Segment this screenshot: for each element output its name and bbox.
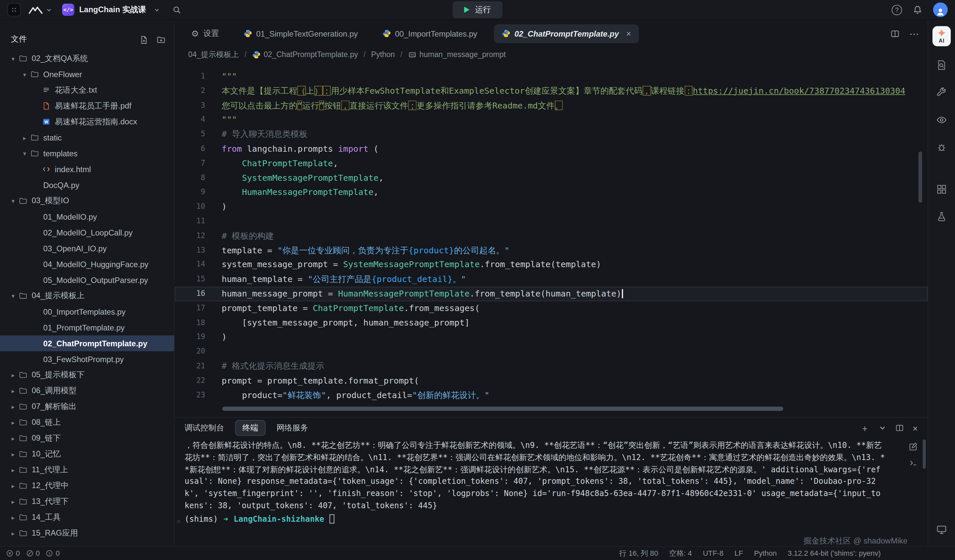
tree-item[interactable]: 04_ModelIO_HuggingFace.py: [0, 256, 174, 272]
status-text[interactable]: Python: [754, 548, 777, 558]
status-circle-x[interactable]: 0: [6, 549, 20, 558]
status-badge-one[interactable]: 10: [46, 549, 60, 558]
tree-item[interactable]: ▾templates: [0, 145, 174, 161]
code-line[interactable]: 7 ChatPromptTemplate,: [175, 156, 928, 171]
tree-item[interactable]: 05_ModelIO_OutputParser.py: [0, 272, 174, 288]
tree-item[interactable]: 花语大全.txt: [0, 82, 174, 98]
tree-item[interactable]: ▸06_调用模型: [0, 383, 174, 399]
editor-tab[interactable]: 02_ChatPromptTemplate.py×: [494, 24, 639, 43]
code-line[interactable]: 10): [175, 200, 928, 214]
new-terminal-button[interactable]: +: [862, 423, 867, 433]
tree-item[interactable]: ▸15_RAG应用: [0, 526, 174, 541]
run-button[interactable]: 运行: [452, 1, 502, 19]
bug-button[interactable]: [936, 142, 947, 155]
terminal-dropdown-icon[interactable]: [878, 424, 887, 432]
tree-item[interactable]: ▸13_代理下: [0, 494, 174, 510]
status-text[interactable]: 行 16, 列 80: [619, 548, 658, 558]
panel-tab[interactable]: 调试控制台: [185, 423, 224, 434]
code-line[interactable]: 1""": [175, 69, 928, 84]
code-line[interactable]: 9 HumanMessagePromptTemplate,: [175, 186, 928, 200]
tree-item[interactable]: ▸12_代理中: [0, 478, 174, 494]
code-line[interactable]: 2本文件是【提示工程（上）：用少样本FewShotTemplate和Exampl…: [175, 84, 928, 98]
code-line[interactable]: 23 product="鲜花装饰", product_detail="创新的鲜花…: [175, 388, 928, 403]
flask-button[interactable]: [936, 211, 947, 225]
breadcrumb-item[interactable]: human_message_prompt: [408, 50, 506, 59]
close-panel-button[interactable]: ×: [913, 423, 918, 433]
tree-item[interactable]: ▾OneFlower: [0, 66, 174, 82]
app-menu-button[interactable]: [7, 3, 21, 17]
more-actions-button[interactable]: ⋯: [910, 28, 919, 39]
tree-item[interactable]: 00_ImportTemplates.py: [0, 304, 174, 320]
notifications-bell-icon[interactable]: [913, 5, 923, 15]
new-folder-button[interactable]: [157, 35, 166, 45]
tree-item[interactable]: 01_ModelIO.py: [0, 209, 174, 225]
tree-item[interactable]: ▸static: [0, 129, 174, 145]
tree-item[interactable]: ▸05_提示模板下: [0, 367, 174, 383]
horizontal-scrollbar[interactable]: [222, 407, 783, 411]
eye-button[interactable]: [936, 114, 947, 128]
tree-item[interactable]: 易速鲜花员工手册.pdf: [0, 98, 174, 114]
terminal-list-icon[interactable]: [909, 459, 918, 468]
code-line[interactable]: 11: [175, 214, 928, 229]
code-line[interactable]: 20: [175, 345, 928, 359]
tree-item[interactable]: ▸14_工具: [0, 510, 174, 526]
chevron-down-icon[interactable]: [45, 6, 52, 13]
terminal-scrollbar[interactable]: [923, 440, 926, 469]
code-line[interactable]: 3您可以点击最上方的“运行”按钮，直接运行该文件；更多操作指引请参考Readme…: [175, 98, 928, 113]
tree-item[interactable]: ▸10_记忆: [0, 446, 174, 462]
help-icon[interactable]: ?: [892, 5, 902, 15]
panel-tab[interactable]: 终端: [235, 420, 265, 436]
search-icon[interactable]: [172, 5, 182, 14]
status-text[interactable]: 空格: 4: [669, 548, 692, 558]
code-line[interactable]: 16human_message_prompt = HumanMessagePro…: [175, 287, 928, 301]
code-line[interactable]: 22prompt = prompt_template.format_prompt…: [175, 374, 928, 388]
breadcrumb-item[interactable]: Python: [371, 50, 395, 59]
code-line[interactable]: 4""": [175, 113, 928, 127]
edit-terminal-icon[interactable]: [909, 442, 918, 451]
status-circle-slash[interactable]: 0: [26, 549, 40, 558]
user-avatar[interactable]: [933, 2, 948, 17]
new-file-button[interactable]: [139, 35, 149, 45]
breadcrumb-item[interactable]: 02_ChatPromptTemplate.py: [252, 50, 358, 59]
tree-item[interactable]: ▸11_代理上: [0, 462, 174, 478]
tree-item[interactable]: 01_PromptTemplate.py: [0, 320, 174, 335]
code-line[interactable]: 15human_template = "公司主打产品是{product_deta…: [175, 272, 928, 287]
editor-tab[interactable]: ⚙设置: [183, 24, 227, 43]
vertical-scrollbar[interactable]: [918, 152, 922, 203]
tree-item[interactable]: W易速鲜花运营指南.docx: [0, 114, 174, 129]
ai-assistant-button[interactable]: AI: [933, 26, 951, 46]
tree-item[interactable]: ▾03_模型IO: [0, 193, 174, 209]
code-line[interactable]: 12# 模板的构建: [175, 229, 928, 243]
editor-tab[interactable]: 00_ImportTemplates.py: [374, 24, 485, 43]
blocks-button[interactable]: [936, 184, 947, 197]
tree-item[interactable]: 03_FewShotPrompt.py: [0, 351, 174, 367]
tools-button[interactable]: [936, 87, 947, 101]
tree-item[interactable]: DocQA.py: [0, 177, 174, 193]
code-line[interactable]: 14system_message_prompt = SystemMessageP…: [175, 257, 928, 272]
code-line[interactable]: 6from langchain.prompts import (: [175, 142, 928, 156]
code-line[interactable]: 21# 格式化提示消息生成提示: [175, 359, 928, 374]
status-text[interactable]: 3.12.2 64-bit ('shims': pyenv): [788, 548, 881, 558]
file-search-button[interactable]: [936, 60, 947, 73]
close-icon[interactable]: ×: [626, 29, 631, 39]
status-text[interactable]: LF: [734, 548, 743, 558]
panel-tab[interactable]: 网络服务: [277, 423, 308, 434]
tree-item[interactable]: ▾02_文档QA系统: [0, 50, 174, 66]
code-line[interactable]: 8 SystemMessagePromptTemplate,: [175, 171, 928, 186]
code-line[interactable]: 13template = "你是一位专业顾问，负责为专注于{product}的公…: [175, 243, 928, 257]
split-editor-button[interactable]: [890, 29, 900, 38]
tree-item[interactable]: 02_ModelIO_LoopCall.py: [0, 225, 174, 240]
tree-item[interactable]: 03_OpenAI_IO.py: [0, 240, 174, 256]
code-line[interactable]: 19): [175, 330, 928, 345]
code-line[interactable]: 18 [system_message_prompt, human_message…: [175, 316, 928, 330]
code-editor[interactable]: 1"""2本文件是【提示工程（上）：用少样本FewShotTemplate和Ex…: [175, 62, 928, 417]
code-line[interactable]: 5# 导入聊天消息类模板: [175, 127, 928, 142]
workspace-switcher[interactable]: </> LangChain 实战课: [62, 4, 160, 16]
code-line[interactable]: 17prompt_template = ChatPromptTemplate.f…: [175, 301, 928, 316]
split-terminal-button[interactable]: [896, 424, 904, 432]
status-text[interactable]: UTF-8: [703, 548, 724, 558]
tree-item[interactable]: ▸09_链下: [0, 431, 174, 446]
tree-item[interactable]: ▾04_提示模板上: [0, 288, 174, 304]
editor-tab[interactable]: 01_SimpleTextGeneration.py: [235, 24, 366, 43]
tree-item[interactable]: 02_ChatPromptTemplate.py: [0, 335, 174, 351]
